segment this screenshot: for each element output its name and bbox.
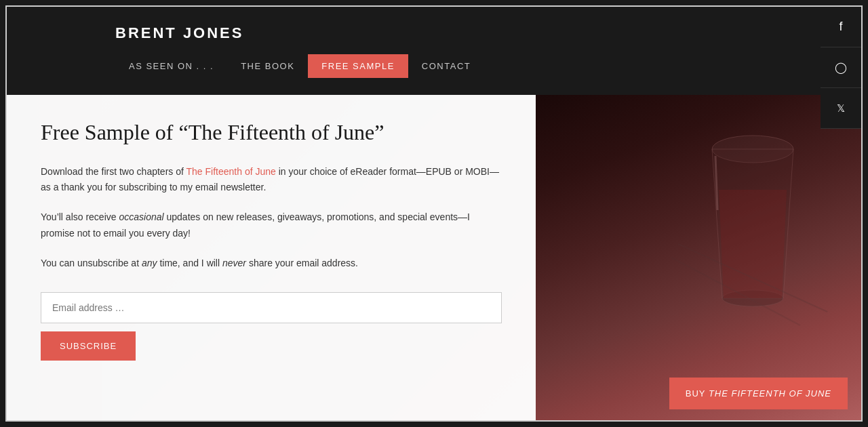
email-input[interactable] [41,292,502,323]
glass-decoration [665,108,841,346]
para2-before-italic: You’ll also receive [41,211,119,222]
header-left: BRENT JONES AS SEEN ON . . . THE BOOK FR… [115,24,484,78]
facebook-icon: f [839,20,842,34]
facebook-icon-box[interactable]: f [821,7,861,47]
header: BRENT JONES AS SEEN ON . . . THE BOOK FR… [7,7,861,95]
nav-item-free-sample[interactable]: FREE SAMPLE [308,54,408,78]
para3-after: share your email address. [246,258,358,268]
para3-between: time, and I will [157,258,222,268]
twitter-icon: 𝕏 [837,102,845,115]
buy-italic-text: THE FIFTEENTH OF JUNE [709,388,831,399]
page-wrapper: BRENT JONES AS SEEN ON . . . THE BOOK FR… [5,5,863,422]
page-heading: Free Sample of “The Fifteenth of June” [41,119,502,147]
social-bar: f ◯ 𝕏 [821,7,861,129]
nav-item-as-seen-on[interactable]: AS SEEN ON . . . [115,54,227,78]
para3-any: any [142,258,157,268]
right-panel: BUY THE FIFTEENTH OF JUNE [536,95,861,422]
twitter-icon-box[interactable]: 𝕏 [821,88,861,129]
subscribe-button[interactable]: SUBSCRIBE [41,331,136,361]
buy-prefix: BUY [686,388,709,399]
paragraph-1: Download the first two chapters of The F… [41,164,502,197]
nav-item-the-book[interactable]: THE BOOK [227,54,308,78]
content-panel: Free Sample of “The Fifteenth of June” D… [7,95,536,422]
main-area: Free Sample of “The Fifteenth of June” D… [7,95,861,422]
para1-before-link: Download the first two chapters of [41,166,186,177]
book-link[interactable]: The Fifteenth of June [186,166,276,177]
para3-before-any: You can unsubscribe at [41,258,142,268]
instagram-icon-box[interactable]: ◯ [821,47,861,88]
para3-never: never [222,258,246,268]
paragraph-2: You’ll also receive occasional updates o… [41,209,502,242]
site-title: BRENT JONES [115,24,484,42]
paragraph-3: You can unsubscribe at any time, and I w… [41,256,502,272]
nav-item-contact[interactable]: CONTACT [408,54,484,78]
navigation: AS SEEN ON . . . THE BOOK FREE SAMPLE CO… [115,54,484,78]
para2-italic: occasional [119,211,163,222]
buy-button[interactable]: BUY THE FIFTEENTH OF JUNE [669,378,848,409]
instagram-icon: ◯ [835,61,847,74]
